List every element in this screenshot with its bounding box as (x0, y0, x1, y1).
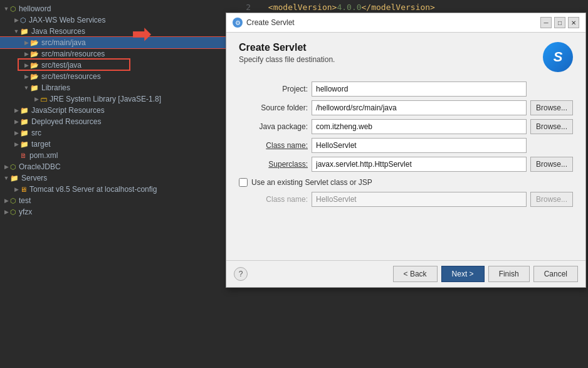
java-package-browse-button[interactable]: Browse... (530, 119, 573, 134)
disabled-form-grid: Class name: Browse... (239, 192, 573, 207)
tree-item-src-test-res[interactable]: ▶ 📂 src/test/resources (0, 71, 232, 82)
next-button[interactable]: Next > (441, 266, 485, 282)
tree-item-src-main-java[interactable]: ▶ 📂 src/main/java (0, 37, 232, 48)
dialog-title-text: Create Servlet (246, 18, 295, 27)
java-package-input[interactable] (312, 119, 527, 134)
tag-close: </modelVersion> (362, 3, 435, 12)
maximize-button[interactable]: □ (554, 17, 565, 28)
dialog-body: Create Servlet Specify class file destin… (226, 33, 585, 260)
folder-icon: 📁 (20, 129, 29, 137)
tree-item-jre[interactable]: ▶ 🗃 JRE System Library [JavaSE-1.8] (0, 93, 232, 105)
gear-icon: ⚙ (233, 18, 243, 28)
minimize-button[interactable]: ─ (540, 17, 552, 28)
spacer (239, 213, 573, 251)
tree-label: Deployed Resources (31, 117, 101, 126)
source-folder-browse-button[interactable]: Browse... (530, 100, 573, 115)
folder-icon: 📁 (20, 118, 29, 126)
tree-item-oracle[interactable]: ▶ ⬡ OracleJDBC (0, 161, 232, 172)
source-folder-input[interactable] (312, 100, 527, 115)
tree-label: Java Resources (31, 27, 85, 36)
tree-item-deployed[interactable]: ▶ 📁 Deployed Resources (0, 116, 232, 127)
disabled-class-section: Class name: Browse... (239, 192, 573, 207)
tag-value: 4.0.0 (337, 3, 361, 12)
expand-arrow: ▶ (33, 96, 40, 102)
use-existing-checkbox[interactable] (239, 178, 248, 187)
project-select[interactable]: helloword (312, 81, 527, 97)
tree-item-src-main-res[interactable]: ▶ 📂 src/main/resources (0, 48, 232, 60)
tree-item-java-resources[interactable]: ▼ 📁 Java Resources (0, 26, 232, 37)
close-button[interactable]: ✕ (568, 17, 579, 28)
folder-icon: 📁 (20, 140, 29, 149)
project-icon: ⬡ (10, 208, 16, 216)
expand-arrow: ▶ (13, 130, 20, 136)
help-button[interactable]: ? (234, 267, 248, 281)
tree-item-src-test-java[interactable]: ▶ 📂 src/test/java (0, 60, 232, 71)
back-button[interactable]: < Back (393, 266, 438, 282)
service-icon: ⬡ (20, 16, 26, 24)
dialog-window-controls: ─ □ ✕ (540, 17, 579, 28)
java-package-label: Java package: (239, 122, 308, 131)
tree-label: target (31, 140, 51, 149)
java-folder-icon: 📂 (30, 73, 39, 81)
expand-arrow: ▶ (3, 209, 10, 215)
line-number: 2 (238, 1, 251, 14)
use-existing-checkbox-row: Use an existing Servlet class or JSP (239, 178, 573, 187)
superclass-input[interactable] (312, 157, 527, 172)
tree-item-js-resources[interactable]: ▶ 📁 JavaScript Resources (0, 105, 232, 116)
tree-label: JavaScript Resources (31, 106, 105, 115)
tree-label: yfzx (19, 208, 32, 216)
tree-item-test[interactable]: ▶ ⬡ test (0, 195, 232, 206)
superclass-label: Superclass: (239, 160, 308, 169)
expand-arrow: ▼ (13, 28, 20, 34)
tree-label: Servers (21, 174, 47, 182)
tree-item-target[interactable]: ▶ 📁 target (0, 139, 232, 150)
project-dropdown-wrapper: helloword (312, 81, 527, 97)
project-icon: ⬡ (10, 163, 16, 171)
expand-arrow: ▶ (3, 197, 10, 204)
expand-arrow: ▶ (23, 51, 30, 57)
servlet-s-icon: S (543, 42, 573, 72)
cancel-button[interactable]: Cancel (533, 266, 578, 282)
expand-arrow: ▶ (13, 186, 20, 192)
tree-label: pom.xml (29, 151, 58, 160)
superclass-browse-button[interactable]: Browse... (530, 157, 573, 172)
server-icon: 🖥 (20, 186, 27, 193)
expand-arrow: ▼ (3, 175, 10, 181)
tree-label: src (31, 129, 41, 137)
tree-item-tomcat[interactable]: ▶ 🖥 Tomcat v8.5 Server at localhost-conf… (0, 184, 232, 195)
finish-button[interactable]: Finish (488, 266, 530, 282)
class-name-input[interactable] (312, 138, 527, 153)
dialog-subheading: Specify class file destination. (239, 55, 335, 64)
tree-item-jaxws[interactable]: ▶ ⬡ JAX-WS Web Services (0, 14, 232, 26)
tree-item-src[interactable]: ▶ 📁 src (0, 127, 232, 139)
tree-item-pom[interactable]: 🗎 pom.xml (0, 150, 232, 161)
tree-item-yfzx[interactable]: ▶ ⬡ yfzx (0, 206, 232, 218)
expand-arrow: ▶ (23, 39, 30, 46)
tree-item-helloword[interactable]: ▼ ⬡ helloword (0, 3, 232, 14)
expand-arrow: ▶ (23, 73, 30, 80)
tree-label: Libraries (41, 83, 70, 92)
dialog-footer: ? < Back Next > Finish Cancel (226, 260, 585, 287)
tree-item-libraries[interactable]: ▼ 📁 Libraries (0, 82, 232, 93)
tree-item-servers[interactable]: ▼ 📁 Servers (0, 172, 232, 184)
tree-label: JRE System Library [JavaSE-1.8] (50, 95, 161, 103)
create-servlet-dialog: ⚙ Create Servlet ─ □ ✕ Create Servlet Sp… (226, 13, 586, 288)
java-folder-icon: 📂 (30, 39, 39, 47)
expand-arrow: ▶ (23, 62, 30, 68)
expand-arrow: ▼ (23, 85, 30, 91)
expand-arrow: ▶ (13, 118, 20, 125)
folder-icon: 📁 (30, 84, 39, 92)
source-folder-label: Source folder: (239, 103, 308, 112)
expand-arrow: ▼ (3, 6, 10, 12)
project-icon: ⬡ (10, 5, 16, 13)
tree-label: OracleJDBC (19, 162, 61, 171)
tree-label: helloword (19, 4, 51, 13)
java-folder-icon: 📂 (30, 61, 39, 70)
tag-open: <modelVersion> (268, 3, 337, 12)
project-tree: ▼ ⬡ helloword ▶ ⬡ JAX-WS Web Services ▼ … (0, 0, 232, 221)
expand-arrow: ▶ (3, 164, 10, 170)
xml-file-icon: 🗎 (20, 152, 27, 159)
tree-label: JAX-WS Web Services (29, 16, 105, 24)
dialog-titlebar: ⚙ Create Servlet ─ □ ✕ (226, 13, 585, 33)
jar-icon: 🗃 (40, 95, 47, 103)
